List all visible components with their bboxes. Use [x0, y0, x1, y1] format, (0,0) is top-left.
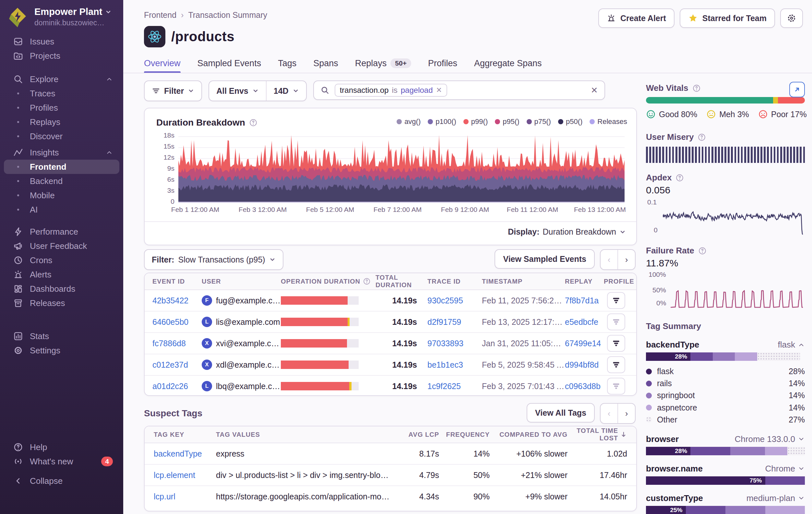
tag-distribution-bar[interactable]: 28% [646, 447, 805, 455]
trace-id-link[interactable]: 930c2595 [427, 296, 482, 305]
event-id-link[interactable]: fc7886d8 [152, 339, 202, 348]
view-sampled-events-button[interactable]: View Sampled Events [495, 249, 595, 269]
tab-tags[interactable]: Tags [278, 55, 296, 72]
sidebar-item-stats[interactable]: Stats [4, 329, 119, 343]
date-range-selector[interactable]: 14D [266, 81, 306, 101]
help-circle-icon[interactable] [698, 247, 706, 255]
event-id-link[interactable]: 6460e5b0 [152, 317, 202, 327]
help-circle-icon[interactable] [692, 84, 701, 92]
tag-legend-row[interactable]: flask28% [646, 366, 805, 377]
sidebar-item-issues[interactable]: Issues [4, 34, 119, 49]
breadcrumb-frontend[interactable]: Frontend [144, 10, 176, 20]
replay-link[interactable]: c0963d8b [565, 382, 604, 391]
tag-legend-row[interactable]: Other27% [646, 414, 805, 426]
profile-button[interactable] [607, 314, 625, 330]
next-page-button[interactable]: › [617, 250, 635, 269]
profile-button[interactable] [607, 292, 625, 309]
sidebar-item-profiles[interactable]: Profiles [4, 101, 119, 115]
tag-legend-row[interactable]: aspnetcore14% [646, 402, 805, 414]
legend-item-p95[interactable]: p95() [495, 117, 519, 126]
tag-distribution-bar[interactable]: 75% [646, 476, 805, 485]
profile-button[interactable] [607, 335, 625, 352]
create-alert-button[interactable]: Create Alert [598, 8, 674, 28]
tag-value-selector[interactable]: Chrome 133.0.0 [735, 434, 805, 444]
prev-page-button[interactable]: ‹ [601, 404, 617, 423]
sidebar-item-what-s-new[interactable]: What's new4 [4, 454, 119, 468]
legend-item-releases[interactable]: Releases [589, 117, 627, 126]
legend-item-p99[interactable]: p99() [463, 117, 488, 126]
tag-distribution-bar[interactable]: 25% [646, 506, 805, 514]
trace-id-link[interactable]: 1c9f2625 [427, 382, 482, 391]
sidebar-item-backend[interactable]: Backend [4, 174, 119, 188]
environment-selector[interactable]: All Envs [209, 81, 266, 101]
tag-legend-row[interactable]: rails14% [646, 377, 805, 389]
tab-overview[interactable]: Overview [144, 55, 181, 72]
sidebar-item-settings[interactable]: Settings [4, 343, 119, 358]
sidebar-item-performance[interactable]: Performance [4, 224, 119, 239]
search-input[interactable]: transaction.op is pageload ✕ ✕ [313, 80, 605, 100]
tag-distribution-bar[interactable]: 28% [646, 352, 805, 361]
tab-replays[interactable]: Replays50+ [355, 55, 411, 72]
sidebar-item-crons[interactable]: Crons [4, 253, 119, 267]
tag-value-selector[interactable]: Chrome [765, 464, 805, 474]
trace-id-link[interactable]: be1b1ec3 [427, 360, 482, 370]
tag-value-selector[interactable]: flask [778, 340, 805, 350]
duration-breakdown-chart[interactable] [178, 134, 625, 202]
event-id-link[interactable]: a01d2c26 [152, 382, 202, 391]
profile-button[interactable] [607, 378, 625, 395]
sidebar-item-help[interactable]: Help [4, 440, 119, 454]
event-id-link[interactable]: c012e37d [152, 360, 202, 370]
view-all-tags-button[interactable]: View All Tags [527, 403, 595, 423]
settings-gear-button[interactable] [780, 8, 803, 28]
token-remove-icon[interactable]: ✕ [436, 86, 442, 94]
sidebar-item-replays[interactable]: Replays [4, 115, 119, 129]
legend-item-avg[interactable]: avg() [397, 117, 420, 126]
tag-key-link[interactable]: backendType [154, 449, 216, 459]
open-web-vitals-button[interactable] [789, 82, 805, 97]
legend-item-p75[interactable]: p75() [527, 117, 551, 126]
tag-value-selector[interactable]: medium-plan [747, 493, 805, 503]
tab-profiles[interactable]: Profiles [428, 55, 457, 72]
trace-id-link[interactable]: 97033893 [427, 339, 482, 348]
sidebar-item-explore[interactable]: Explore [4, 72, 119, 86]
tag-key-link[interactable]: lcp.element [154, 470, 216, 480]
sidebar-item-discover[interactable]: Discover [4, 129, 119, 143]
help-circle-icon[interactable] [675, 173, 684, 182]
filter-dropdown[interactable]: Filter [144, 80, 202, 101]
events-filter-dropdown[interactable]: Filter: Slow Transactions (p95) [144, 249, 283, 270]
sidebar-item-ai[interactable]: AI [4, 202, 119, 217]
replay-link[interactable]: d994bf8d [565, 360, 604, 370]
search-clear-icon[interactable]: ✕ [591, 85, 598, 96]
tag-legend-row[interactable]: springboot14% [646, 389, 805, 401]
search-token[interactable]: transaction.op is pageload ✕ [335, 84, 447, 97]
tab-sampled-events[interactable]: Sampled Events [198, 55, 261, 72]
replay-link[interactable]: e5edbcfe [565, 317, 604, 327]
replay-link[interactable]: 7f8b7d1a [565, 296, 604, 305]
replay-link[interactable]: 67499e14 [565, 339, 604, 348]
help-circle-icon[interactable] [698, 133, 706, 141]
next-page-button[interactable]: › [617, 404, 635, 423]
sidebar-item-mobile[interactable]: Mobile [4, 188, 119, 202]
sort-total-time-lost[interactable]: TOTAL TIME LOST [568, 427, 627, 442]
sidebar-item-frontend[interactable]: Frontend [4, 160, 119, 174]
starred-for-team-button[interactable]: Starred for Team [680, 8, 775, 28]
trace-id-link[interactable]: d2f91759 [427, 317, 482, 327]
help-circle-icon[interactable] [249, 118, 258, 127]
prev-page-button[interactable]: ‹ [601, 250, 617, 269]
event-id-link[interactable]: 42b35422 [152, 296, 202, 305]
tab-aggregate-spans[interactable]: Aggregate Spans [474, 55, 542, 72]
help-circle-icon[interactable] [363, 277, 371, 285]
sidebar-item-releases[interactable]: Releases [4, 296, 119, 310]
sidebar-item-traces[interactable]: Traces [4, 86, 119, 101]
tab-spans[interactable]: Spans [313, 55, 338, 72]
sidebar-item-user-feedback[interactable]: User Feedback [4, 239, 119, 253]
sidebar-item-projects[interactable]: Projects [4, 49, 119, 63]
sidebar-item-insights[interactable]: Insights [4, 145, 119, 160]
sidebar-item-collapse[interactable]: Collapse [4, 474, 119, 488]
sidebar-item-dashboards[interactable]: Dashboards [4, 282, 119, 296]
sidebar-item-alerts[interactable]: Alerts [4, 267, 119, 282]
tag-key-link[interactable]: lcp.url [154, 492, 216, 502]
display-selector[interactable]: Display: Duration Breakdown [508, 227, 626, 237]
org-switcher[interactable]: Empower Plant dominik.buszowiec… [6, 6, 118, 29]
legend-item-p50[interactable]: p50() [558, 117, 582, 126]
